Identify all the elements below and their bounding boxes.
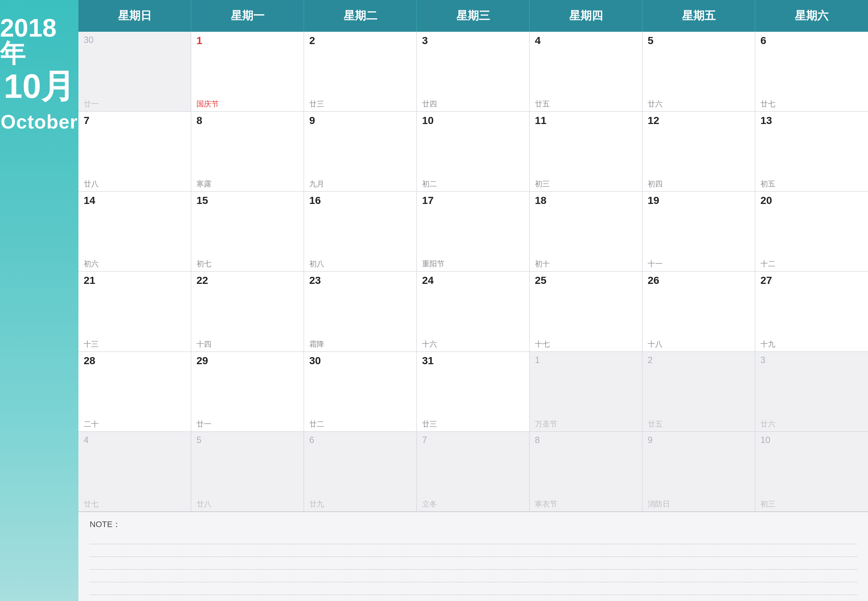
- note-line: [90, 572, 857, 582]
- header-cell: 星期一: [191, 0, 304, 32]
- day-cell: 15初七: [191, 192, 304, 272]
- day-number: 29: [197, 355, 298, 366]
- day-cell: 30廿二: [304, 352, 417, 432]
- day-cell: 23霜降: [304, 272, 417, 351]
- lunar-label: 二十: [84, 418, 186, 429]
- day-cell: 9九月: [304, 112, 417, 192]
- lunar-label: 初七: [197, 257, 298, 269]
- lunar-label: 廿三: [309, 98, 411, 109]
- month-en-label: October: [1, 111, 78, 133]
- lunar-label: 廿九: [309, 497, 411, 509]
- day-number: 16: [309, 195, 411, 206]
- day-number: 14: [84, 195, 186, 206]
- lunar-label: 初五: [760, 177, 863, 189]
- lunar-label: 廿八: [84, 177, 186, 189]
- day-number: 10: [760, 436, 863, 444]
- day-number: 24: [422, 275, 524, 286]
- day-number: 15: [197, 195, 298, 206]
- day-number: 23: [309, 275, 411, 286]
- day-cell: 19十一: [642, 192, 755, 272]
- note-line: [90, 559, 857, 570]
- lunar-label: 廿六: [648, 98, 750, 109]
- day-number: 6: [760, 35, 863, 46]
- lunar-label: 廿四: [422, 98, 524, 109]
- day-cell: 4廿五: [529, 32, 642, 112]
- header-cell: 星期日: [78, 0, 191, 32]
- lunar-label: 廿六: [760, 418, 863, 429]
- lunar-label: 初三: [760, 497, 863, 509]
- day-number: 8: [535, 436, 637, 444]
- day-cell: 8寒露: [191, 112, 304, 192]
- calendar-grid: 30廿一1国庆节2廿三3廿四4廿五5廿六6廿七7廿八8寒露9九月10初二11初三…: [78, 32, 868, 512]
- day-number: 4: [84, 436, 186, 444]
- day-number: 10: [422, 116, 524, 126]
- lunar-label: 廿三: [422, 418, 524, 429]
- day-number: 2: [648, 355, 750, 365]
- day-cell: 21十三: [78, 272, 191, 351]
- lunar-label: 寒衣节: [535, 497, 637, 509]
- lunar-label: 廿八: [197, 497, 298, 509]
- header-cell: 星期六: [755, 0, 868, 32]
- day-number: 12: [648, 116, 750, 126]
- day-cell: 10初二: [417, 112, 529, 192]
- day-cell: 14初六: [78, 192, 191, 272]
- lunar-label: 十九: [760, 338, 863, 349]
- lunar-label: 廿七: [84, 497, 186, 509]
- day-number: 27: [760, 275, 863, 286]
- lunar-label: 初四: [648, 177, 750, 189]
- day-number: 5: [197, 436, 298, 444]
- day-number: 28: [84, 355, 186, 366]
- note-label: NOTE：: [90, 519, 857, 530]
- day-cell: 27十九: [755, 272, 868, 351]
- lunar-label: 重阳节: [422, 257, 524, 269]
- day-number: 1: [197, 35, 298, 46]
- header-cell: 星期四: [529, 0, 642, 32]
- day-cell: 22十四: [191, 272, 304, 351]
- day-cell: 28二十: [78, 352, 191, 432]
- day-cell: 30廿一: [78, 32, 191, 112]
- day-cell: 6廿九: [304, 432, 417, 512]
- day-number: 26: [648, 275, 750, 286]
- day-number: 1: [535, 355, 637, 365]
- lunar-label: 初六: [84, 257, 186, 269]
- lunar-label: 十三: [84, 338, 186, 349]
- lunar-label: 国庆节: [197, 98, 298, 109]
- day-cell: 10初三: [755, 432, 868, 512]
- day-number: 19: [648, 195, 750, 206]
- day-cell: 2廿五: [642, 352, 755, 432]
- day-number: 18: [535, 195, 637, 206]
- day-cell: 6廿七: [755, 32, 868, 112]
- day-number: 30: [309, 355, 411, 366]
- day-number: 11: [535, 116, 637, 126]
- day-number: 8: [197, 116, 298, 126]
- lunar-label: 初二: [422, 177, 524, 189]
- lunar-label: 十六: [422, 338, 524, 349]
- lunar-label: 十一: [648, 257, 750, 269]
- lunar-label: 廿一: [197, 418, 298, 429]
- note-line: [90, 546, 857, 557]
- day-cell: 1国庆节: [191, 32, 304, 112]
- day-cell: 13初五: [755, 112, 868, 192]
- day-cell: 26十八: [642, 272, 755, 351]
- day-number: 13: [760, 116, 863, 126]
- day-cell: 12初四: [642, 112, 755, 192]
- lunar-label: 十四: [197, 338, 298, 349]
- day-cell: 8寒衣节: [529, 432, 642, 512]
- day-cell: 17重阳节: [417, 192, 529, 272]
- day-number: 9: [648, 436, 750, 444]
- sidebar: 2018年 10月 October: [0, 0, 78, 601]
- day-number: 3: [760, 355, 863, 365]
- day-cell: 18初十: [529, 192, 642, 272]
- lunar-label: 立冬: [422, 497, 524, 509]
- day-number: 4: [535, 35, 637, 46]
- day-cell: 3廿四: [417, 32, 529, 112]
- day-cell: 2廿三: [304, 32, 417, 112]
- day-cell: 31廿三: [417, 352, 529, 432]
- day-number: 17: [422, 195, 524, 206]
- lunar-label: 十八: [648, 338, 750, 349]
- day-cell: 5廿八: [191, 432, 304, 512]
- month-cn-label: 10月: [4, 69, 75, 103]
- day-number: 20: [760, 195, 863, 206]
- note-area: NOTE：: [78, 512, 868, 601]
- lunar-label: 初八: [309, 257, 411, 269]
